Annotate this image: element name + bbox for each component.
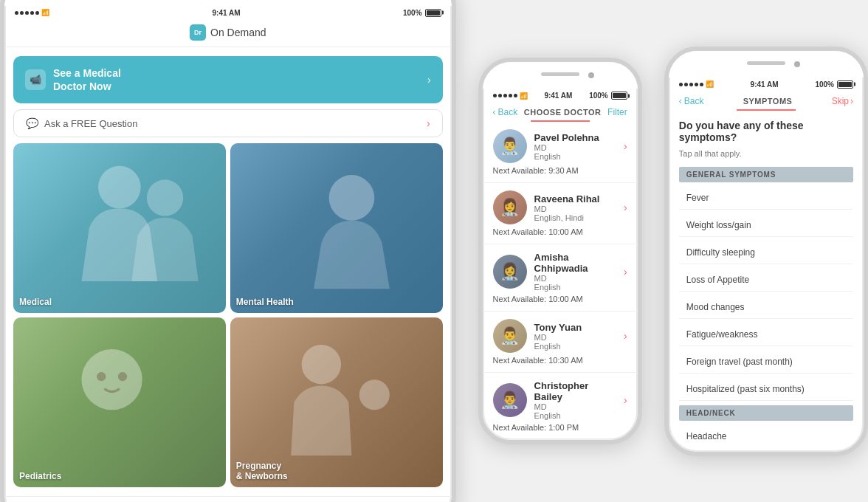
dot5 bbox=[35, 11, 39, 15]
symptom-headache[interactable]: Headache bbox=[679, 425, 853, 447]
power-button-3[interactable] bbox=[864, 125, 867, 148]
doctor-availability-1: Next Available: 9:30 AM bbox=[493, 166, 627, 175]
doctor-degree-5: MD bbox=[534, 402, 617, 411]
symptom-foreign-travel[interactable]: Foreign travel (past month) bbox=[679, 351, 853, 374]
dot3-2 bbox=[503, 94, 507, 97]
back-button-2[interactable]: ‹ Back bbox=[493, 107, 518, 117]
doctor-item-5[interactable]: 👨‍⚕️ Christopher Bailey MD English › Nex… bbox=[483, 373, 638, 440]
dot3-3 bbox=[689, 83, 693, 86]
doctor-name-4: Tony Yuan bbox=[534, 322, 617, 333]
doctor-name-2: Raveena Rihal bbox=[534, 193, 617, 204]
battery-fill-1 bbox=[427, 10, 440, 16]
svg-point-7 bbox=[359, 379, 390, 410]
grid-label-pediatrics: Pediatrics bbox=[19, 471, 61, 481]
phone1-screen: 📶 9:41 AM 100% Dr On Demand � bbox=[4, 6, 452, 502]
doctor-degree-3: MD bbox=[534, 274, 617, 283]
doctor-avatar-4: 👨‍⚕️ bbox=[493, 319, 527, 353]
grid-item-medical[interactable]: Medical bbox=[13, 143, 226, 313]
svg-point-5 bbox=[118, 372, 127, 381]
doctor-avatar-person-5: 👨‍⚕️ bbox=[500, 391, 520, 410]
camera-icon-box: 📹 bbox=[25, 69, 46, 90]
symptom-sleeping[interactable]: Difficulty sleeping bbox=[679, 241, 853, 264]
filter-button[interactable]: Filter bbox=[607, 107, 627, 117]
ask-question-text: Ask a FREE Question bbox=[44, 118, 137, 129]
doctor-item-1[interactable]: 👨‍⚕️ Pavel Polehna MD English › Next Ava… bbox=[483, 122, 638, 183]
back-label-2: Back bbox=[498, 107, 518, 117]
volume-up-button[interactable] bbox=[1, 46, 4, 63]
doctor-item-2[interactable]: 👩‍⚕️ Raveena Rihal MD English, Hindi › N… bbox=[483, 183, 638, 244]
volume-down-button-2[interactable] bbox=[479, 152, 482, 170]
status-left-3: 📶 bbox=[679, 80, 714, 88]
volume-down-button-3[interactable] bbox=[665, 141, 668, 159]
doctor-availability-5: Next Available: 1:00 PM bbox=[493, 423, 627, 432]
doctor-avatar-5: 👨‍⚕️ bbox=[493, 383, 527, 417]
volume-up-button-3[interactable] bbox=[665, 117, 668, 135]
grid-item-mental-health[interactable]: Mental Health bbox=[230, 143, 443, 313]
doctor-item-4[interactable]: 👨‍⚕️ Tony Yuan MD English › Next Availab… bbox=[483, 312, 638, 373]
doctor-availability-2: Next Available: 10:00 AM bbox=[493, 227, 627, 236]
doctor-item-3[interactable]: 👩‍⚕️ Amisha Chhipwadia MD English › Next… bbox=[483, 244, 638, 312]
doctor-chevron-4: › bbox=[624, 330, 627, 342]
skip-label: Skip bbox=[832, 96, 849, 106]
symptom-fatigue[interactable]: Fatigue/weakness bbox=[679, 323, 853, 346]
back-chevron-icon-2: ‹ bbox=[493, 107, 496, 117]
back-button-3[interactable]: ‹ Back bbox=[679, 96, 704, 106]
phone-2: 📶 9:41 AM 100% ‹ Back CHOOSE DOCTOR Filt… bbox=[478, 58, 642, 444]
symptom-weight[interactable]: Weight loss/gain bbox=[679, 214, 853, 237]
p3-header: ‹ Back SYMPTOMS Skip › bbox=[669, 90, 864, 106]
battery-icon-3 bbox=[837, 80, 853, 89]
doctor-lang-2: English, Hindi bbox=[534, 213, 617, 222]
ask-question-button[interactable]: 💬 Ask a FREE Question › bbox=[13, 109, 443, 137]
grid-item-pregnancy[interactable]: Pregnancy& Newborns bbox=[230, 317, 443, 487]
speaker-2 bbox=[541, 72, 579, 76]
power-button[interactable] bbox=[452, 53, 455, 77]
p2-page-title: CHOOSE DOCTOR bbox=[524, 108, 602, 117]
status-bar-1: 📶 9:41 AM 100% bbox=[4, 6, 452, 18]
ask-chevron-icon: › bbox=[427, 117, 430, 129]
skip-chevron-icon: › bbox=[850, 96, 853, 106]
dot2-2 bbox=[498, 94, 502, 97]
doctor-list: 👨‍⚕️ Pavel Polehna MD English › Next Ava… bbox=[483, 122, 638, 440]
doctor-chevron-2: › bbox=[624, 202, 627, 213]
status-right-3: 100% bbox=[815, 80, 853, 89]
symptom-fever[interactable]: Fever bbox=[679, 187, 853, 210]
symptom-hospitalized[interactable]: Hospitalized (past six months) bbox=[679, 378, 853, 401]
dot3 bbox=[25, 11, 29, 15]
grid-item-pediatrics[interactable]: Pediatrics bbox=[13, 317, 226, 487]
battery-fill-2 bbox=[613, 93, 626, 98]
dot1-2 bbox=[493, 94, 497, 97]
doctor-row-4: 👨‍⚕️ Tony Yuan MD English › bbox=[493, 319, 627, 353]
doctor-degree-4: MD bbox=[534, 333, 617, 342]
dot1 bbox=[15, 11, 18, 15]
doctor-degree-1: MD bbox=[534, 143, 617, 152]
status-left: 📶 bbox=[15, 9, 49, 16]
status-right-2: 100% bbox=[589, 92, 627, 100]
phone-top bbox=[4, 0, 452, 6]
see-doctor-button[interactable]: 📹 See a MedicalDoctor Now › bbox=[13, 56, 443, 103]
skip-button[interactable]: Skip › bbox=[832, 96, 853, 106]
phone-1: 📶 9:41 AM 100% Dr On Demand � bbox=[0, 0, 456, 502]
volume-down-button[interactable] bbox=[1, 69, 4, 87]
grid-label-pregnancy: Pregnancy& Newborns bbox=[236, 461, 288, 481]
p2-header: ‹ Back CHOOSE DOCTOR Filter bbox=[483, 101, 638, 117]
power-button-2[interactable] bbox=[638, 136, 641, 159]
section-header-general: GENERAL SYMPTOMS bbox=[679, 167, 853, 182]
chat-icon: 💬 bbox=[26, 117, 38, 129]
doctor-avatar-person-4: 👨‍⚕️ bbox=[500, 326, 520, 345]
status-time-1: 9:41 AM bbox=[213, 9, 241, 17]
doctor-degree-2: MD bbox=[534, 204, 617, 213]
back-label-3: Back bbox=[684, 96, 704, 106]
doctor-availability-4: Next Available: 10:30 AM bbox=[493, 356, 627, 365]
doctor-info-1: Pavel Polehna MD English bbox=[534, 132, 617, 161]
doctor-avatar-person-2: 👩‍⚕️ bbox=[500, 198, 520, 217]
symptom-appetite[interactable]: Loss of Appetite bbox=[679, 269, 853, 292]
signal-dots-3 bbox=[679, 83, 703, 86]
volume-up-button-2[interactable] bbox=[479, 128, 482, 146]
doctor-lang-3: English bbox=[534, 283, 617, 292]
video-camera-icon: 📹 bbox=[30, 74, 41, 85]
category-grid: Medical Mental Health bbox=[13, 143, 443, 487]
camera-2 bbox=[588, 72, 594, 78]
symptom-mood[interactable]: Mood changes bbox=[679, 296, 853, 319]
doctor-lang-4: English bbox=[534, 342, 617, 351]
doctor-info-4: Tony Yuan MD English bbox=[534, 322, 617, 351]
